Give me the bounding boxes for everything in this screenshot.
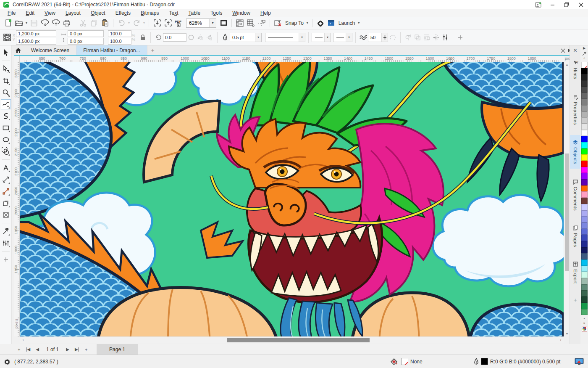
swatch-ccfbe9[interactable]: [581, 272, 588, 278]
swatch-00ffff[interactable]: [581, 142, 588, 148]
swatch-cccccc[interactable]: [581, 117, 588, 124]
swatch-9900ff[interactable]: [581, 173, 588, 179]
snap-to-label[interactable]: Snap To: [285, 20, 304, 26]
launch-label[interactable]: Launch: [339, 20, 355, 26]
add-page-before-button[interactable]: ＋: [14, 345, 24, 354]
zoom-level-combo[interactable]: 626% ▾: [186, 19, 216, 28]
snap-to-dropdown-arrow[interactable]: ▾: [305, 21, 310, 25]
vertical-scroll-thumb[interactable]: [565, 154, 569, 271]
add-page-after-button[interactable]: ＋: [81, 345, 91, 354]
cloud-save-button[interactable]: [50, 18, 61, 29]
dimension-tool[interactable]: [1, 175, 11, 185]
tab-active-document[interactable]: Firman Hatibu - Dragon...: [76, 45, 147, 56]
text-tool[interactable]: [1, 163, 11, 173]
transparency-tool[interactable]: [1, 210, 11, 220]
zoom-tool[interactable]: [1, 87, 11, 98]
scroll-down-arrow[interactable]: ▼: [564, 331, 570, 336]
minimize-button[interactable]: [545, 0, 559, 9]
docker-tab-comments[interactable]: Comments: [570, 175, 581, 215]
outline-swatch[interactable]: [481, 358, 488, 365]
swatch-5e00b3[interactable]: [581, 179, 588, 185]
new-document-button[interactable]: [3, 18, 13, 29]
swatch-e5e5e5[interactable]: [581, 124, 588, 130]
palette-eyedropper-icon[interactable]: [581, 51, 588, 56]
menu-item-layout[interactable]: Layout: [60, 10, 86, 16]
tab-welcome-screen[interactable]: Welcome Screen: [24, 45, 76, 56]
docker-tab-export[interactable]: Export: [570, 257, 581, 288]
swatch-5c6bd6[interactable]: [581, 229, 588, 235]
swatch-202a90[interactable]: [581, 241, 588, 247]
open-dropdown-arrow[interactable]: ▾: [24, 21, 29, 25]
palette-options-icon[interactable]: [581, 326, 588, 331]
swatch-666666[interactable]: [581, 93, 588, 99]
polygon-tool[interactable]: [1, 146, 11, 156]
swatch-no-color[interactable]: [581, 62, 588, 68]
swatch-0000ff[interactable]: [581, 136, 588, 142]
menu-item-tools[interactable]: Tools: [205, 10, 227, 16]
swatch-39664f[interactable]: [581, 290, 588, 297]
swatch-ffffff[interactable]: [581, 130, 588, 136]
swatch-333333[interactable]: [581, 80, 588, 87]
paste-button[interactable]: [100, 18, 110, 29]
restore-button[interactable]: [559, 0, 574, 9]
drawing-canvas[interactable]: [20, 62, 564, 336]
pick-tool[interactable]: [1, 48, 11, 58]
swatch-ff0000[interactable]: [581, 161, 588, 167]
launch-icon[interactable]: [326, 18, 337, 29]
swatch-ccccff[interactable]: [581, 204, 588, 210]
swatch-5e8a77[interactable]: [581, 284, 588, 291]
swatch-ffff00[interactable]: [581, 154, 588, 161]
zoom-dropdown-arrow[interactable]: ▾: [209, 19, 216, 27]
menu-item-view[interactable]: View: [39, 10, 60, 16]
scale-y-field[interactable]: 100.0: [108, 38, 131, 45]
add-docker-button[interactable]: ＋: [572, 297, 578, 304]
menu-item-file[interactable]: File: [3, 10, 21, 16]
swatch-999999[interactable]: [581, 105, 588, 111]
cloud-open-button[interactable]: [39, 18, 50, 29]
last-page-button[interactable]: ▶|: [72, 345, 81, 354]
menu-item-effects[interactable]: Effects: [110, 10, 136, 16]
open-button[interactable]: [13, 18, 24, 29]
docker-tab-pages[interactable]: Pages: [570, 221, 581, 252]
docker-tab-hints[interactable]: ?Hints: [570, 56, 581, 84]
previous-page-button[interactable]: ◀: [33, 345, 42, 354]
swatch-b2b2b2[interactable]: [581, 111, 588, 118]
fill-swatch[interactable]: [401, 358, 408, 365]
object-y-field[interactable]: 1,500.0 px: [16, 38, 56, 45]
swatch-00bfef[interactable]: [581, 259, 588, 266]
swatch-4c4c4c[interactable]: [581, 87, 588, 93]
swatch-ff6600[interactable]: [581, 185, 588, 192]
show-guidelines-button[interactable]: [256, 18, 267, 29]
swatch-99eef7[interactable]: [581, 266, 588, 272]
menu-item-window[interactable]: Window: [227, 10, 255, 16]
swatch-3947b8[interactable]: [581, 235, 588, 241]
proof-colors-icon[interactable]: [575, 358, 584, 365]
swatch-ff00ff[interactable]: [581, 167, 588, 173]
object-properties-icon[interactable]: [441, 33, 450, 42]
menu-item-text[interactable]: Text: [164, 10, 183, 16]
palette-scroll-down[interactable]: ⌄: [581, 315, 588, 320]
scroll-right-arrow[interactable]: ›: [558, 337, 564, 344]
arrow-end-combo[interactable]: ▾: [333, 33, 352, 42]
rectangle-tool[interactable]: [1, 123, 11, 133]
swatch-159a4a[interactable]: [581, 303, 588, 309]
first-page-button[interactable]: |◀: [24, 345, 33, 354]
horizontal-scrollbar[interactable]: ‹ ›: [20, 336, 564, 343]
interactive-fill-tool[interactable]: [1, 238, 11, 248]
swatch-4cae6d[interactable]: [581, 309, 588, 315]
smoothing-field[interactable]: 50: [368, 33, 388, 42]
snowflake-icon[interactable]: [431, 33, 441, 42]
swatch-ff9ec2[interactable]: [581, 191, 588, 198]
horizontal-scroll-thumb[interactable]: [227, 338, 370, 342]
scale-x-field[interactable]: 100.0: [108, 30, 131, 37]
print-button[interactable]: [61, 18, 72, 29]
swatch-12195f[interactable]: [581, 247, 588, 254]
menu-item-help[interactable]: Help: [255, 10, 276, 16]
show-grid-button[interactable]: [245, 18, 256, 29]
swatch-000000[interactable]: [581, 68, 588, 74]
eyedropper-tool[interactable]: [1, 226, 11, 236]
account-icon[interactable]: [531, 0, 545, 9]
export-button[interactable]: [163, 18, 173, 29]
close-document-icon[interactable]: [561, 48, 565, 53]
close-button[interactable]: [574, 0, 588, 9]
